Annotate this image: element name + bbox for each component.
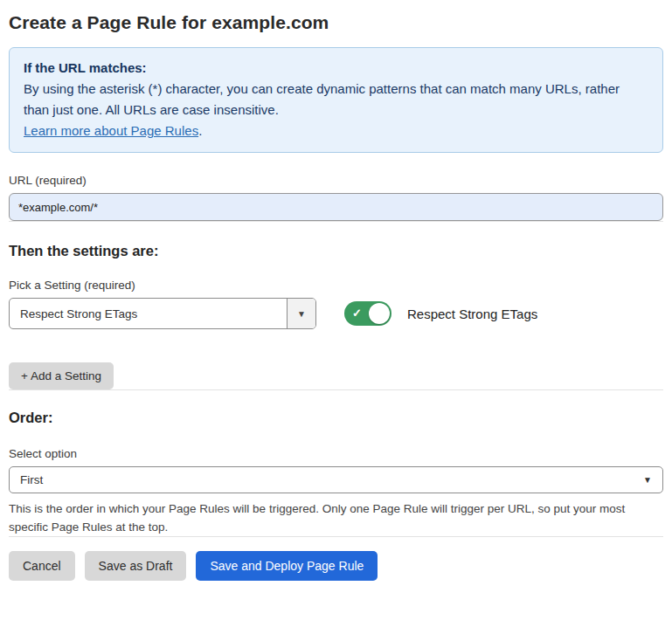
add-setting-button[interactable]: + Add a Setting <box>9 362 114 389</box>
info-box-body: By using the asterisk (*) character, you… <box>24 79 648 121</box>
etags-toggle-label: Respect Strong ETags <box>407 307 537 321</box>
page-title: Create a Page Rule for example.com <box>9 12 663 33</box>
pick-setting-label: Pick a Setting (required) <box>9 279 663 292</box>
setting-select[interactable]: Respect Strong ETags ▼ <box>9 298 316 329</box>
check-icon: ✓ <box>352 306 362 321</box>
setting-row: Respect Strong ETags ▼ ✓ Respect Strong … <box>9 298 663 329</box>
info-box-link-line: Learn more about Page Rules. <box>24 121 648 141</box>
footer-actions: Cancel Save as Draft Save and Deploy Pag… <box>9 551 663 581</box>
chevron-down-icon[interactable]: ▼ <box>287 299 315 328</box>
divider <box>9 536 663 537</box>
order-select[interactable]: First ▼ <box>9 466 663 493</box>
order-select-label: Select option <box>9 447 663 460</box>
save-draft-button[interactable]: Save as Draft <box>85 551 187 581</box>
url-input[interactable] <box>9 193 663 221</box>
order-select-value: First <box>20 473 643 486</box>
etags-toggle[interactable]: ✓ <box>344 301 391 326</box>
info-box-heading: If the URL matches: <box>24 58 648 79</box>
chevron-down-icon: ▼ <box>643 475 652 485</box>
divider <box>9 221 663 222</box>
cancel-button[interactable]: Cancel <box>9 551 75 581</box>
order-help-text: This is the order in which your Page Rul… <box>9 500 655 536</box>
learn-more-link[interactable]: Learn more about Page Rules <box>24 123 198 138</box>
order-section-heading: Order: <box>9 410 663 426</box>
divider <box>9 389 663 390</box>
page-rule-form: Create a Page Rule for example.com If th… <box>0 12 672 581</box>
save-deploy-button[interactable]: Save and Deploy Page Rule <box>196 551 378 581</box>
settings-section-heading: Then the settings are: <box>9 243 663 259</box>
url-match-info-box: If the URL matches: By using the asteris… <box>9 47 663 153</box>
setting-select-value: Respect Strong ETags <box>10 299 287 328</box>
toggle-knob <box>369 303 390 324</box>
url-label: URL (required) <box>9 174 663 187</box>
link-suffix: . <box>198 123 202 138</box>
